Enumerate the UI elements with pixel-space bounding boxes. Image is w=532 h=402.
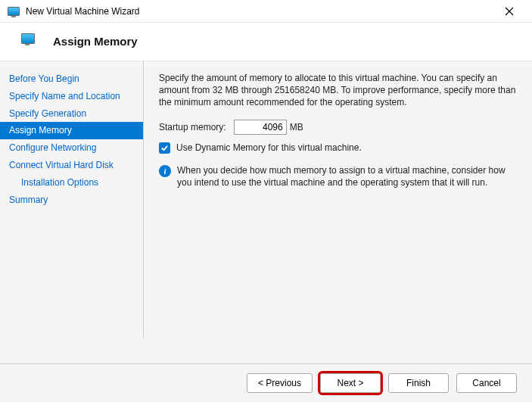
sidebar-item-before-you-begin[interactable]: Before You Begin (0, 70, 143, 88)
dynamic-memory-label: Use Dynamic Memory for this virtual mach… (176, 142, 362, 153)
dynamic-memory-checkbox[interactable] (159, 142, 170, 154)
description-text: Specify the amount of memory to allocate… (159, 72, 518, 109)
dynamic-memory-row: Use Dynamic Memory for this virtual mach… (159, 142, 518, 154)
wizard-header-icon (21, 33, 36, 48)
footer: < Previous Next > Finish Cancel (0, 363, 532, 402)
cancel-button[interactable]: Cancel (456, 373, 517, 393)
titlebar: New Virtual Machine Wizard (0, 0, 532, 23)
sidebar-item-specify-name[interactable]: Specify Name and Location (0, 88, 143, 105)
sidebar-item-assign-memory[interactable]: Assign Memory (0, 122, 143, 139)
page-title: Assign Memory (53, 35, 138, 48)
previous-button[interactable]: < Previous (247, 373, 313, 393)
close-button[interactable] (494, 0, 524, 23)
sidebar-item-summary[interactable]: Summary (0, 192, 143, 209)
info-icon: i (159, 165, 171, 177)
window-title: New Virtual Machine Wizard (26, 6, 140, 17)
sidebar-item-configure-networking[interactable]: Configure Networking (0, 139, 143, 157)
startup-memory-label: Startup memory: (159, 122, 226, 132)
next-button[interactable]: Next > (320, 373, 381, 393)
startup-memory-row: Startup memory: MB (159, 120, 518, 135)
info-text: When you decide how much memory to assig… (177, 164, 518, 189)
finish-button[interactable]: Finish (388, 373, 449, 393)
header: Assign Memory (0, 23, 532, 61)
startup-memory-unit: MB (290, 122, 303, 132)
content-pane: Specify the amount of memory to allocate… (144, 61, 532, 338)
sidebar-item-connect-vhd[interactable]: Connect Virtual Hard Disk (0, 157, 143, 174)
wizard-icon (8, 5, 20, 17)
info-box: i When you decide how much memory to ass… (159, 164, 518, 189)
startup-memory-input[interactable] (234, 120, 287, 135)
sidebar-item-specify-generation[interactable]: Specify Generation (0, 105, 143, 123)
sidebar: Before You Begin Specify Name and Locati… (0, 61, 144, 338)
sidebar-item-installation-options[interactable]: Installation Options (0, 174, 143, 192)
